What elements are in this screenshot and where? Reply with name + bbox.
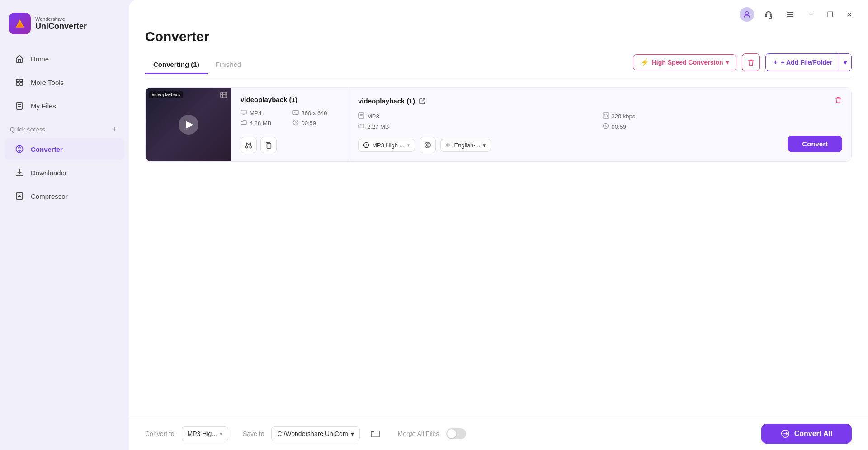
svg-rect-18 [267,143,271,148]
format-chevron-icon: ▾ [220,431,222,437]
output-meta-grid: MP3 320 kbps [358,112,842,131]
high-speed-label: High Speed Conversion [652,59,723,66]
file-output-info: videoplayback (1) [349,88,851,161]
file-icon [14,101,24,111]
svg-point-25 [427,145,428,145]
file-card: videoplayback videoplayback (1) [145,87,852,162]
quick-access-label: Quick Access [10,126,45,133]
add-file-button[interactable]: ＋ + Add File/Folder ▾ [765,53,852,71]
logo-area: Wondershare UniConverter [0,8,129,47]
quality-select[interactable]: MP3 High ... ▾ [358,139,415,152]
tab-group: Converting (1) Finished [145,56,249,74]
language-select[interactable]: English-... ▾ [440,139,491,152]
source-resolution: 360 x 640 [292,110,340,117]
headset-icon[interactable] [761,7,776,22]
svg-point-9 [745,12,748,15]
sidebar-item-my-files[interactable]: My Files [5,95,124,117]
output-folder-icon [358,123,364,130]
source-resolution-value: 360 x 640 [302,110,327,117]
convert-button[interactable]: Convert [788,136,842,152]
sidebar-item-more-tools[interactable]: More Tools [5,71,124,93]
svg-rect-4 [16,83,19,85]
merge-label: Merge All Files [398,430,439,437]
convert-all-button[interactable]: Convert All [761,424,852,444]
monitor-icon [241,110,247,117]
minimize-button[interactable]: − [805,8,817,21]
high-speed-button[interactable]: ⚡ High Speed Conversion ▾ [633,54,736,70]
browse-folder-button[interactable] [367,426,383,442]
add-quick-access-button[interactable]: + [110,125,119,134]
output-delete-button[interactable] [834,96,842,106]
user-avatar[interactable] [740,7,754,22]
svg-point-23 [425,142,430,148]
svg-point-24 [426,144,429,146]
menu-icon[interactable] [783,7,797,22]
sidebar-home-label: Home [31,55,49,63]
content-area: Converter Converting (1) Finished ⚡ High… [129,22,868,417]
lang-chevron-icon: ▾ [483,142,486,149]
topbar: − ❐ ✕ [129,0,868,22]
source-format: MP4 [241,110,288,117]
output-duration-value: 00:59 [612,123,627,130]
target-button[interactable] [420,137,436,153]
grid-icon [14,77,24,87]
source-duration: 00:59 [292,119,340,127]
folder-icon [241,120,247,127]
play-button[interactable] [179,115,198,135]
resolution-icon [292,110,299,117]
bottom-bar: Convert to MP3 Hig... ▾ Save to C:\Wonde… [129,417,868,450]
output-duration: 00:59 [603,123,843,131]
sidebar-item-compressor[interactable]: Compressor [5,185,124,207]
source-size-value: 4.28 MB [250,120,271,127]
brand-name: Wondershare [35,16,87,22]
sidebar-item-downloader[interactable]: Downloader [5,162,124,183]
sidebar-more-tools-label: More Tools [31,79,64,86]
file-thumbnail: videoplayback [146,88,231,161]
svg-rect-13 [241,110,246,114]
add-file-label: + Add File/Folder [781,59,832,66]
svg-point-17 [250,146,251,148]
output-file-name: videoplayback (1) [358,97,415,105]
save-to-label: Save to [243,430,264,437]
compressor-icon [14,191,24,201]
save-path-chevron-icon: ▾ [351,430,354,437]
trim-button[interactable] [241,137,257,153]
format-value: MP3 Hig... [188,430,217,437]
copy-button[interactable] [260,137,277,153]
sidebar-item-home[interactable]: Home [5,48,124,70]
save-path-select[interactable]: C:\Wondershare UniCom ▾ [271,426,359,441]
source-format-value: MP4 [250,110,262,117]
main-content: − ❐ ✕ Converter Converting (1) Finished … [129,0,868,450]
svg-rect-10 [765,14,767,17]
downloader-icon [14,168,24,178]
output-size: 2.27 MB [358,123,598,131]
svg-rect-14 [293,111,298,115]
add-file-main-part[interactable]: ＋ + Add File/Folder [766,55,839,70]
svg-rect-2 [16,79,19,82]
source-size: 4.28 MB [241,119,288,127]
output-size-value: 2.27 MB [367,123,389,130]
tab-converting[interactable]: Converting (1) [145,56,208,74]
svg-rect-5 [20,83,23,85]
bolt-icon: ⚡ [641,58,649,66]
svg-rect-3 [20,79,23,82]
bitrate-icon [603,112,609,120]
thumbnail-label: videoplayback [149,91,183,98]
close-button[interactable]: ✕ [843,8,855,21]
delete-button[interactable] [742,53,760,71]
chevron-down-icon: ▾ [844,59,847,66]
output-format: MP3 [358,112,598,120]
sidebar-item-converter[interactable]: Converter [5,138,124,160]
output-name: videoplayback (1) [358,97,426,105]
restore-button[interactable]: ❐ [824,8,836,21]
chevron-down-icon: ▾ [726,59,729,66]
tab-finished[interactable]: Finished [208,56,250,74]
format-select[interactable]: MP3 Hig... ▾ [182,426,228,441]
video-frame-icon [220,91,228,100]
output-format-value: MP3 [367,113,379,120]
merge-toggle[interactable] [446,428,466,439]
app-logo-icon [9,13,31,34]
external-link-icon [419,98,426,105]
add-file-chevron[interactable]: ▾ [839,55,851,70]
clock-small-icon [363,142,369,148]
